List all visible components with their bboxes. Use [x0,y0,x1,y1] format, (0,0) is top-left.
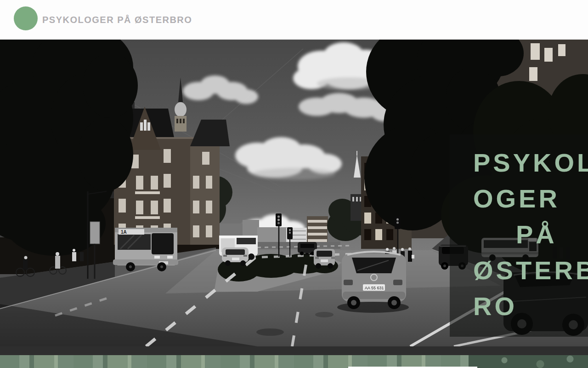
bus-route-display: 1A [121,230,127,235]
hero-section: 1A [0,40,588,346]
hero-title-line: PÅ [516,217,588,253]
hero-title-line: PSYKOL [473,145,588,181]
hero-title-line: ØSTERB [473,253,588,288]
header: PSYKOLOGER PÅ ØSTERBRO [0,0,588,40]
bus-left: 1A [113,228,178,271]
hero-title: PSYKOL OGER PÅ ØSTERB RO [473,145,588,324]
bell-tower [351,194,362,221]
vw-hatchback: AA 55 631 [337,252,409,313]
page: PSYKOLOGER PÅ ØSTERBRO [0,0,588,368]
section-divider [0,346,588,355]
site-logo[interactable] [14,6,38,30]
next-section-preview [0,355,588,368]
foliage-image [469,355,588,368]
hero-title-line: OGER [473,181,588,217]
license-plate: AA 55 631 [365,286,384,290]
hero-title-line: RO [473,288,588,324]
site-title: PSYKOLOGER PÅ ØSTERBRO [42,0,192,40]
